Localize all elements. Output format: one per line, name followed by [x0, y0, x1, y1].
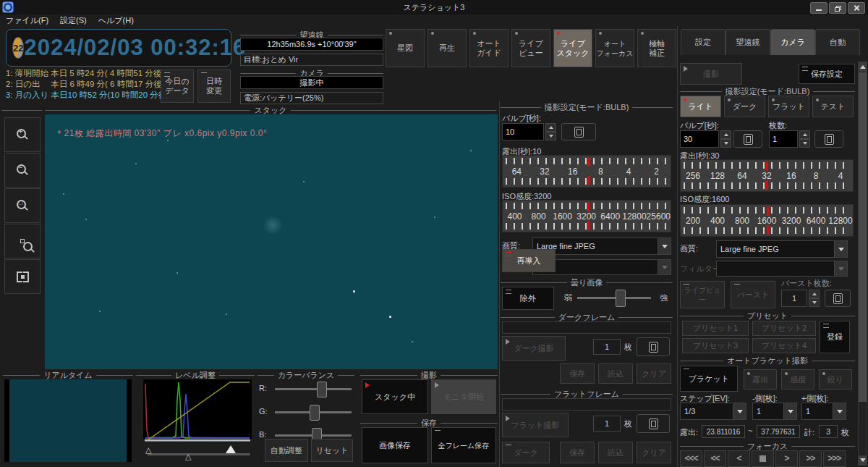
count-input[interactable]: 1	[769, 130, 798, 148]
count-stepper[interactable]	[799, 130, 810, 148]
stacking-button[interactable]: スタック中	[362, 379, 428, 414]
zoom-reset-button[interactable]: □	[4, 188, 41, 223]
red-slider[interactable]	[275, 388, 352, 390]
bracket-button[interactable]: ブラケット	[680, 366, 738, 392]
close-button[interactable]	[848, 2, 865, 14]
flat-count-input[interactable]: 1	[593, 416, 621, 432]
exclude-button[interactable]: 除外	[502, 287, 554, 310]
panel-scrollbar[interactable]	[858, 62, 867, 466]
exposure-scale[interactable]: 25612864 32168 4	[680, 159, 854, 192]
dark-load-button[interactable]: 読込	[598, 363, 633, 384]
menu-settings[interactable]: 設定(S)	[54, 15, 93, 26]
preset1-button[interactable]: プリセット1	[682, 321, 749, 336]
white-point-handle[interactable]	[226, 445, 236, 453]
all-frames-save-button[interactable]: 全フレーム保存	[431, 427, 496, 463]
remote-release-button[interactable]	[814, 130, 843, 148]
tab-auto[interactable]: 自動	[815, 29, 860, 55]
mode-autofocus-button[interactable]: オートフォーカス	[595, 29, 634, 67]
burst-stepper[interactable]	[809, 290, 820, 307]
tab-telescope[interactable]: 望遠鏡	[726, 29, 770, 55]
scroll-up-button[interactable]	[859, 62, 867, 72]
focus-in-slow-button[interactable]: <	[728, 450, 750, 467]
zoom-out-button[interactable]: −	[4, 153, 41, 188]
bulb-input[interactable]: 30	[680, 130, 719, 148]
auto-adjust-button[interactable]: 自動調整	[265, 439, 308, 462]
slider-thumb[interactable]	[310, 405, 320, 421]
exposure-scale[interactable]: 643216 842	[502, 155, 671, 188]
mode-livestack-button[interactable]: ライブスタック	[553, 29, 592, 67]
dark-clear-button[interactable]: クリア	[637, 363, 671, 384]
black-point-handle[interactable]: △	[145, 445, 151, 455]
iso-scale[interactable]: 4008001600 3200640012800 25600	[502, 200, 671, 232]
dark-save-button[interactable]: 保存	[560, 363, 595, 384]
bracket-exposure-button[interactable]: 露出	[744, 369, 777, 390]
focus-out-slow-button[interactable]: >	[775, 450, 798, 467]
remote-release-button[interactable]	[637, 414, 670, 433]
fit-screen-button[interactable]	[4, 259, 41, 294]
menu-file[interactable]: ファイル(F)	[0, 15, 54, 26]
remote-release-button[interactable]	[561, 123, 596, 140]
focus-stop-button[interactable]	[752, 450, 774, 467]
tab-settings[interactable]: 設定	[681, 29, 726, 55]
realtime-preview[interactable]	[4, 379, 132, 462]
tab-camera[interactable]: カメラ	[770, 29, 815, 55]
mode-starchart-button[interactable]: 星図	[386, 29, 425, 67]
bracket-aperture-button[interactable]: 絞り	[819, 369, 852, 390]
flat-frame-path[interactable]	[502, 398, 671, 411]
flat-dark-button[interactable]: ダーク	[502, 442, 550, 463]
preset2-button[interactable]: プリセット2	[752, 321, 816, 336]
remote-release-button[interactable]	[825, 290, 851, 307]
bulb-input[interactable]: 10	[502, 123, 544, 140]
today-data-button[interactable]: 今日のデータ	[161, 70, 194, 103]
scrollbar-thumb[interactable]	[859, 72, 867, 402]
mode-polaralign-button[interactable]: 極軸補正	[637, 29, 676, 67]
loupe-button[interactable]	[4, 224, 41, 258]
quality-dropdown[interactable]: Large fine JPEG	[716, 240, 848, 258]
zoom-in-button[interactable]: +	[4, 117, 41, 152]
change-datetime-button[interactable]: 日時変更	[197, 70, 231, 103]
preset3-button[interactable]: プリセット3	[682, 338, 749, 353]
remote-release-button[interactable]	[637, 337, 670, 356]
bracket-iso-button[interactable]: 感度	[781, 369, 814, 390]
mode-liveview-button[interactable]: ライブビュー	[511, 29, 550, 67]
bulb-stepper[interactable]	[720, 130, 731, 148]
minimize-button[interactable]	[810, 2, 827, 14]
save-settings-button[interactable]: 保存設定	[799, 64, 855, 84]
step-dropdown[interactable]: 1/3	[680, 403, 746, 420]
reset-button[interactable]: リセット	[311, 439, 353, 462]
restore-button[interactable]	[829, 2, 846, 14]
monitor-start-button[interactable]: モニタ開始	[431, 379, 496, 414]
dark-shoot-button[interactable]: ダーク撮影	[502, 336, 566, 361]
slider-thumb[interactable]	[317, 382, 327, 397]
iso-scale[interactable]: 200400800 160032006400 12800	[680, 204, 854, 237]
plus-side-dropdown[interactable]: 1	[801, 403, 846, 420]
focus-in-fast-button[interactable]: <<<	[680, 450, 702, 467]
image-save-button[interactable]: 画像保存	[362, 427, 428, 463]
burst-button[interactable]: バースト	[731, 281, 775, 308]
liveview-button[interactable]: ライブビュー	[680, 281, 725, 308]
mode-playback-button[interactable]: 再生	[427, 29, 467, 67]
type-light-button[interactable]: ライト	[680, 96, 721, 117]
focus-out-fast-button[interactable]: >>>	[823, 450, 846, 467]
mode-autoguide-button[interactable]: オートガイド	[469, 29, 509, 67]
burst-count-input[interactable]: 1	[781, 290, 807, 307]
register-button[interactable]: 登録	[820, 321, 850, 353]
type-flat-button[interactable]: フラット	[768, 96, 809, 117]
reintroduce-button[interactable]: 再導入	[502, 249, 556, 272]
green-slider[interactable]	[275, 411, 352, 413]
slider-thumb[interactable]	[616, 290, 626, 307]
flat-load-button[interactable]: 読込	[598, 442, 633, 463]
focus-out-med-button[interactable]: >>	[799, 450, 822, 467]
shoot-button[interactable]: 撮影	[680, 63, 742, 85]
focus-in-med-button[interactable]: <<	[704, 450, 726, 467]
cloud-threshold-slider[interactable]	[577, 297, 651, 299]
level-slider-track[interactable]	[148, 453, 250, 455]
dark-frame-path[interactable]	[502, 321, 671, 334]
scroll-down-button[interactable]	[859, 455, 867, 465]
bulb-stepper[interactable]	[545, 123, 556, 140]
mid-point-handle[interactable]: △	[185, 452, 191, 461]
stacked-image-view[interactable]: ＊21枚 総露出時間 03'30" ブレ x0.6pix y0.9pix 0.0…	[45, 114, 498, 369]
preset4-button[interactable]: プリセット4	[752, 338, 816, 353]
blue-slider[interactable]	[275, 434, 352, 437]
menu-help[interactable]: ヘルプ(H)	[93, 15, 140, 26]
